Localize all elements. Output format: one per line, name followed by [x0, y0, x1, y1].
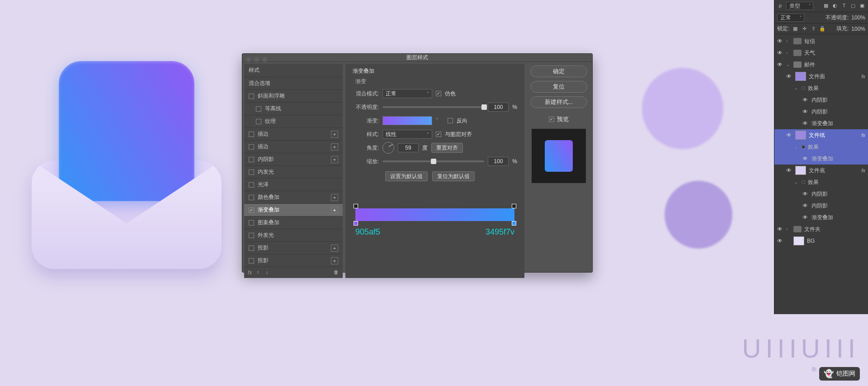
fill-value[interactable]: 100%	[851, 26, 865, 32]
visibility-icon[interactable]: 👁	[802, 97, 809, 103]
style-item-checkbox[interactable]	[256, 119, 261, 124]
visibility-icon[interactable]: 👁	[786, 73, 793, 80]
layer-group-row[interactable]: 👁›天气	[774, 47, 868, 59]
visibility-icon[interactable]: 👁	[786, 132, 793, 138]
blend-mode-select[interactable]: 正常	[777, 14, 804, 22]
style-item[interactable]: 外发光	[244, 229, 343, 241]
gradient-bar[interactable]	[355, 208, 514, 221]
effect-row[interactable]: 👁内阴影	[774, 188, 868, 200]
add-instance-icon[interactable]: +	[331, 143, 338, 151]
visibility-icon[interactable]: 👁	[802, 214, 809, 221]
effect-row[interactable]: 👁内阴影	[774, 200, 868, 212]
style-item[interactable]: 描边+	[244, 127, 343, 140]
effect-row[interactable]: 👁渐变叠加	[774, 212, 868, 223]
color-stop-right[interactable]	[512, 221, 516, 226]
add-instance-icon[interactable]: +	[331, 245, 338, 252]
style-item-checkbox[interactable]	[249, 245, 254, 251]
dialog-titlebar[interactable]: 图层样式	[242, 54, 592, 62]
effect-row[interactable]: 👁内阴影	[774, 94, 868, 106]
opacity-value[interactable]: 100%	[851, 14, 865, 21]
style-item[interactable]: 光泽	[244, 178, 343, 191]
layer-thumbnail[interactable]	[793, 236, 804, 245]
style-item-checkbox[interactable]	[249, 258, 254, 264]
ok-button[interactable]: 确定	[530, 66, 587, 77]
lock-pixels-icon[interactable]: ▦	[792, 26, 798, 32]
filter-smart-icon[interactable]: ▣	[859, 3, 865, 9]
style-item[interactable]: ✓渐变叠加+	[244, 203, 343, 216]
gradient-style-select[interactable]: 线性	[382, 130, 432, 139]
reverse-checkbox[interactable]	[448, 118, 453, 123]
style-item[interactable]: 颜色叠加+	[244, 191, 343, 203]
opacity-stop-left[interactable]	[354, 204, 358, 208]
style-item-checkbox[interactable]	[256, 106, 261, 112]
style-item-checkbox[interactable]	[249, 220, 254, 226]
style-item[interactable]: 纹理	[244, 115, 343, 127]
visibility-icon[interactable]: 👁	[802, 155, 809, 162]
filter-type-select[interactable]: 类型	[786, 2, 813, 10]
lock-all-icon[interactable]: 🔒	[819, 26, 826, 32]
filter-text-icon[interactable]: T	[841, 3, 847, 9]
style-item[interactable]: 描边+	[244, 140, 343, 153]
style-item-checkbox[interactable]	[249, 169, 254, 175]
style-item[interactable]: 投影+	[244, 254, 343, 267]
add-instance-icon[interactable]: +	[331, 207, 338, 214]
add-instance-icon[interactable]: +	[331, 194, 338, 201]
effect-row[interactable]: 👁渐变叠加	[774, 118, 868, 129]
layer-thumbnail[interactable]	[795, 131, 806, 140]
visibility-icon[interactable]: 👁	[777, 226, 783, 232]
preview-checkbox[interactable]	[549, 117, 554, 122]
window-controls[interactable]	[246, 57, 267, 62]
disclosure-icon[interactable]: ⌄	[794, 86, 799, 90]
filter-shape-icon[interactable]: ▢	[850, 3, 856, 9]
effect-row[interactable]: ⌄效果	[774, 141, 868, 153]
add-instance-icon[interactable]: +	[331, 257, 338, 264]
lock-artboard-icon[interactable]: ⇪	[810, 26, 816, 32]
effect-row[interactable]: 👁内阴影	[774, 106, 868, 118]
opacity-input[interactable]: 100	[488, 103, 509, 112]
angle-input[interactable]: 59	[398, 143, 419, 152]
fx-badge[interactable]: fx	[861, 168, 865, 173]
reset-align-button[interactable]: 重置对齐	[431, 143, 463, 153]
site-badge[interactable]: 👻 铠图网	[819, 367, 860, 381]
style-item-checkbox[interactable]	[249, 182, 254, 188]
layer-row[interactable]: 👁BG	[774, 235, 868, 247]
visibility-icon[interactable]: 👁	[786, 167, 793, 174]
visibility-icon[interactable]: 👁	[802, 202, 809, 209]
style-item-checkbox[interactable]	[249, 157, 254, 162]
scale-slider[interactable]	[382, 160, 484, 162]
visibility-icon[interactable]: 👁	[802, 108, 809, 115]
disclosure-icon[interactable]: ⌄	[794, 145, 799, 149]
opacity-slider[interactable]	[382, 106, 484, 108]
scale-input[interactable]: 100	[488, 157, 509, 166]
visibility-icon[interactable]: 👁	[777, 38, 783, 44]
visibility-icon[interactable]: 👁	[802, 120, 809, 127]
angle-dial[interactable]	[382, 142, 394, 154]
disclosure-icon[interactable]: ⌄	[794, 180, 799, 184]
layer-thumbnail[interactable]	[795, 166, 806, 175]
style-item[interactable]: 投影+	[244, 241, 343, 254]
visibility-icon[interactable]: 👁	[777, 238, 783, 244]
style-item[interactable]: 等高线	[244, 102, 343, 115]
visibility-icon[interactable]: 👁	[777, 50, 783, 56]
add-instance-icon[interactable]: +	[331, 131, 338, 138]
trash-icon[interactable]: 🗑	[333, 269, 339, 276]
style-item-checkbox[interactable]	[249, 195, 254, 200]
filter-adjust-icon[interactable]: ◐	[832, 3, 838, 9]
add-instance-icon[interactable]: +	[331, 156, 338, 163]
opacity-stop-right[interactable]	[512, 204, 516, 208]
lock-position-icon[interactable]: ✛	[801, 26, 807, 32]
layer-group-row[interactable]: 👁›短信	[774, 35, 868, 47]
style-item-checkbox[interactable]	[249, 144, 254, 150]
style-item[interactable]: 内阴影+	[244, 153, 343, 165]
visibility-icon[interactable]: 👁	[802, 191, 809, 197]
style-item-checkbox[interactable]: ✓	[249, 207, 254, 213]
fx-badge[interactable]: fx	[861, 132, 865, 138]
disclosure-icon[interactable]: ⌄	[786, 62, 791, 67]
visibility-icon[interactable]: 👁	[777, 61, 783, 68]
layer-row[interactable]: 👁文件面fx	[774, 71, 868, 82]
align-checkbox[interactable]	[436, 132, 441, 137]
effect-row[interactable]: ⌄效果	[774, 82, 868, 94]
filter-pixel-icon[interactable]: ▦	[823, 3, 829, 9]
move-down-icon[interactable]: ↓	[264, 269, 270, 276]
move-up-icon[interactable]: ↑	[255, 269, 261, 276]
